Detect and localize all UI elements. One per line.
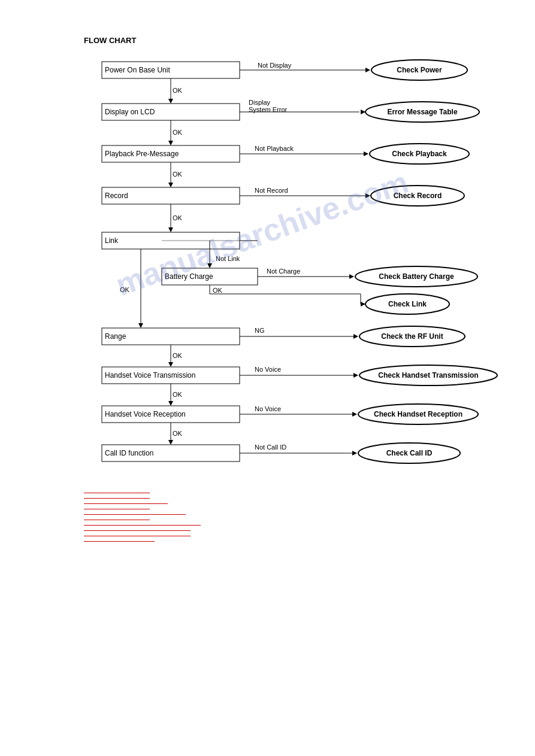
bottom-link-line	[84, 493, 150, 493]
svg-text:NG: NG	[255, 327, 265, 334]
svg-text:Check the RF Unit: Check the RF Unit	[381, 332, 443, 341]
svg-text:Check Handset Reception: Check Handset Reception	[374, 410, 463, 418]
svg-marker-57	[364, 151, 368, 156]
svg-text:Check Link: Check Link	[388, 300, 427, 308]
svg-text:OK: OK	[120, 286, 130, 293]
svg-text:OK: OK	[173, 171, 183, 178]
svg-text:No Voice: No Voice	[255, 405, 281, 412]
svg-marker-60	[168, 227, 173, 232]
svg-text:Check Playback: Check Playback	[392, 150, 447, 158]
svg-text:Call ID function: Call ID function	[105, 449, 153, 457]
page-title: FLOW CHART	[84, 36, 487, 45]
svg-text:Not Record: Not Record	[255, 187, 288, 194]
svg-text:Playback Pre-Message: Playback Pre-Message	[105, 150, 179, 158]
svg-text:Not Link: Not Link	[216, 255, 240, 262]
bottom-link-line	[84, 498, 150, 499]
svg-text:Display: Display	[249, 99, 271, 106]
svg-text:Check Call ID: Check Call ID	[386, 449, 433, 457]
svg-text:OK: OK	[173, 129, 183, 136]
svg-marker-101	[352, 451, 357, 456]
bottom-link-line	[84, 503, 168, 504]
svg-text:Error Message Table: Error Message Table	[387, 108, 457, 116]
svg-marker-75	[349, 274, 354, 279]
svg-text:Range: Range	[105, 332, 126, 341]
svg-text:Power On Base Unit: Power On Base Unit	[105, 66, 170, 74]
svg-marker-47	[168, 141, 173, 145]
svg-text:Not Playback: Not Playback	[255, 145, 294, 152]
svg-text:Record: Record	[105, 192, 128, 200]
svg-marker-92	[168, 401, 173, 406]
svg-marker-83	[353, 334, 358, 339]
bottom-link-line	[84, 541, 155, 542]
svg-text:Handset Voice Reception: Handset Voice Reception	[105, 410, 186, 418]
svg-marker-63	[365, 193, 370, 198]
svg-text:Check Battery Charge: Check Battery Charge	[379, 272, 454, 281]
svg-marker-44	[365, 68, 370, 72]
bottom-links-section	[84, 493, 487, 542]
svg-marker-50	[361, 110, 365, 114]
svg-text:Check Handset Transmission: Check Handset Transmission	[378, 371, 478, 379]
bottom-link-line	[84, 514, 186, 515]
bottom-link-line	[84, 536, 191, 536]
svg-text:OK: OK	[173, 352, 183, 359]
bottom-link-line	[84, 520, 150, 520]
flowchart-diagram: Power On Base Unit Display on LCD Playba…	[84, 56, 503, 475]
svg-marker-86	[168, 362, 173, 367]
svg-text:Check Record: Check Record	[394, 192, 442, 200]
svg-text:Battery Charge: Battery Charge	[165, 272, 213, 281]
svg-text:No Voice: No Voice	[255, 366, 281, 373]
svg-text:OK: OK	[173, 214, 183, 221]
svg-marker-41	[168, 99, 173, 104]
svg-text:Not Display: Not Display	[258, 62, 292, 69]
bottom-link-line	[84, 509, 150, 509]
svg-marker-54	[168, 183, 173, 187]
svg-text:Not Call ID: Not Call ID	[255, 444, 286, 451]
svg-text:Display on LCD: Display on LCD	[105, 108, 155, 116]
svg-marker-79	[361, 302, 365, 306]
bottom-link-line	[84, 530, 191, 531]
svg-text:Not Charge: Not Charge	[267, 268, 300, 275]
bottom-link-line	[84, 525, 201, 526]
svg-text:System Error: System Error	[249, 106, 288, 113]
svg-text:Handset Voice Transmission: Handset Voice Transmission	[105, 371, 195, 379]
svg-text:OK: OK	[173, 430, 183, 437]
svg-text:OK: OK	[173, 391, 183, 398]
svg-marker-95	[352, 412, 357, 417]
svg-marker-98	[168, 440, 173, 445]
svg-text:OK: OK	[173, 87, 183, 94]
svg-marker-89	[353, 373, 358, 378]
svg-marker-67	[138, 323, 143, 328]
svg-text:OK: OK	[213, 287, 223, 294]
svg-text:Check Power: Check Power	[397, 66, 442, 74]
svg-marker-70	[207, 263, 212, 268]
svg-text:Link: Link	[105, 236, 119, 245]
